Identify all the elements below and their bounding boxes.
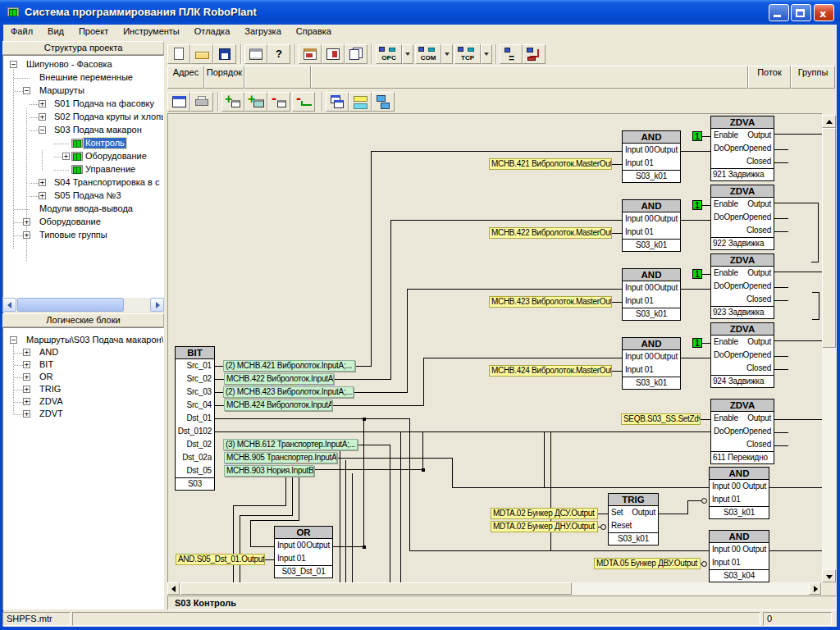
hscroll-thumb[interactable] [180,582,572,595]
tree-item-label[interactable]: ZDVA [38,396,65,407]
menu-item-5[interactable]: Загрузка [237,25,288,38]
menu-item-1[interactable]: Вид [40,25,71,38]
block-AND[interactable]: ANDInput 00OutputInput 01S03_k04 [709,530,769,582]
signal-label-yellow[interactable]: AND.S05_Dst_01.Output [176,554,265,565]
scroll-right-button[interactable] [809,582,821,595]
tree-item-label[interactable]: S03 Подача макарон [52,125,144,135]
tree-expander[interactable]: + [62,153,70,160]
tree-expander[interactable]: + [23,361,30,368]
tree-expander[interactable]: + [23,349,30,356]
block-ZDVA[interactable]: ZDVAEnableOutputDoOpenOpenedClosed921 За… [710,116,774,181]
tree-expander[interactable]: + [39,179,46,186]
close-button[interactable]: x [814,4,834,21]
tree-expander[interactable]: − [23,87,30,94]
signal-label-yellow[interactable]: МСНВ.423 Вибролоток.MasterOut [489,296,612,308]
signal-label-green[interactable]: МСНВ.422 Вибролоток.InputA [224,373,334,385]
block-ZDVA[interactable]: ZDVAEnableOutputDoOpenOpenedClosed611 Пе… [710,399,774,464]
block-AND[interactable]: ANDInput 00OutputInput 01S03_k01 [709,467,769,519]
add-block-button[interactable]: + [221,92,244,112]
diagram-canvas[interactable]: ANDInput 00OutputInput 01S03_k01ANDInput… [167,113,822,582]
equals-button[interactable]: = [500,44,523,64]
scroll-left-button[interactable] [167,582,180,595]
table-button[interactable] [244,44,267,64]
block-AND[interactable]: ANDInput 00OutputInput 01S03_k01 [622,337,681,390]
opc-dropdown[interactable] [402,44,413,64]
tree-item-label[interactable]: Оборудование [84,151,148,162]
help-button[interactable]: ? [267,44,290,64]
remove-block-button[interactable]: - [267,92,290,112]
tree-expander[interactable]: + [39,192,46,199]
menu-item-4[interactable]: Отладка [187,25,237,38]
print-button[interactable] [190,92,213,112]
grid-header-cell-1[interactable]: Порядок [204,66,244,89]
signal-label-yellow[interactable]: MDTA.02 Бункер ДНУ.Output [491,521,598,532]
menu-item-2[interactable]: Проект [71,25,116,38]
grid-header-cell-5[interactable]: Группы [791,66,835,89]
block-ZDVA[interactable]: ZDVAEnableOutputDoOpenOpenedClosed923 За… [710,253,774,319]
configure-block-button[interactable] [322,44,345,64]
tile-horizontal-button[interactable] [349,92,372,112]
remove-link-button[interactable]: - [292,92,315,112]
grid-header-cell-4[interactable]: Поток [748,66,791,89]
tree-scroll-thumb[interactable] [17,298,124,312]
tree-item-label[interactable]: TRIG [38,384,62,395]
tree-expander[interactable]: + [23,398,30,405]
import-block-button[interactable] [299,44,322,64]
tree-expander[interactable]: − [10,61,17,68]
block-ZDVA[interactable]: ZDVAEnableOutputDoOpenOpenedClosed924 За… [710,322,774,388]
tree-scroll-left-button[interactable] [2,298,16,312]
menu-item-6[interactable]: Справка [289,25,339,38]
maximize-button[interactable] [791,4,811,21]
block-OR[interactable]: ORInput 00OutputInput 01S03_Dst_01 [274,526,333,578]
tree-scroll-right-button[interactable] [150,298,164,312]
com-button[interactable]: COM [415,44,441,64]
grid-header-cell-0[interactable]: Адрес [167,66,204,89]
tree-item-label[interactable]: Модули ввода-вывода [38,203,135,214]
signal-label-yellow[interactable]: SEQB.S03_SS.SetZdv [621,413,701,425]
tree-item-label[interactable]: Шипуново - Фасовка [25,59,114,70]
block-BIT[interactable]: BITSrc_01Src_02Src_03Src_04Dst_01Dst_010… [175,346,215,491]
tree-item-label[interactable]: Типовые группы [38,230,109,240]
block-AND[interactable]: ANDInput 00OutputInput 01S03_k01 [622,199,681,252]
tree-item-label[interactable]: AND [38,347,60,358]
grid-header-cell-3[interactable] [311,66,748,89]
tree-item-label[interactable]: OR [38,372,55,382]
scroll-down-button[interactable] [822,569,836,582]
opc-button[interactable]: OPC [376,44,402,64]
tree-expander[interactable]: − [39,126,46,134]
tree-expander[interactable]: + [23,218,30,226]
tree-item-label[interactable]: ZDVT [38,409,65,419]
tree-expander[interactable]: + [39,100,46,107]
tree-expander[interactable]: + [23,373,30,381]
download-button[interactable] [523,44,546,64]
tree-item-label[interactable]: Маршруты [38,85,86,96]
com-dropdown[interactable] [441,44,453,64]
tree-item-label[interactable]: BIT [38,359,55,370]
signal-label-yellow[interactable]: MDTA.05 Бункер ДВУ.Output [594,558,701,569]
tree-expander[interactable]: + [39,113,46,121]
tree-item-label[interactable]: Управление [84,164,137,175]
block-ZDVA[interactable]: ZDVAEnableOutputDoOpenOpenedClosed922 За… [710,185,774,250]
scroll-up-button[interactable] [822,115,836,128]
grid-header-cell-2[interactable] [244,66,311,89]
tree-expander[interactable]: + [23,231,30,239]
vscroll-thumb[interactable] [822,128,836,348]
block-TRIG[interactable]: TRIGSetOutputResetS03_k01 [608,493,659,546]
signal-label-green[interactable]: МСНВ.905 Транспортер.InputA [224,452,337,463]
signal-label-yellow[interactable]: MDTA.02 Бункер ДСУ.Output [491,508,598,519]
signal-label-green[interactable]: (2) МСНВ.423 Вибролоток.InputA;... [223,386,354,398]
tree-item-label[interactable]: Контроль [84,138,126,148]
block-AND[interactable]: ANDInput 00OutputInput 01S03_k01 [622,268,681,321]
menu-item-3[interactable]: Инструменты [116,25,187,38]
open-file-button[interactable] [190,44,213,64]
signal-label-yellow[interactable]: МСНВ.422 Вибролоток.MasterOut [489,227,612,239]
minimize-button[interactable] [769,4,789,21]
add-block-group-button[interactable]: + [244,92,267,112]
tree-item-label[interactable]: S04 Транспортировка в с [52,177,161,188]
tcp-dropdown[interactable] [481,44,492,64]
tcp-button[interactable]: TCP [454,44,481,64]
tree-expander[interactable]: − [10,336,17,344]
new-file-button[interactable] [167,44,190,64]
tree-item-label[interactable]: Оборудование [38,217,103,227]
tree-item-label[interactable]: Внешние переменные [38,72,135,83]
